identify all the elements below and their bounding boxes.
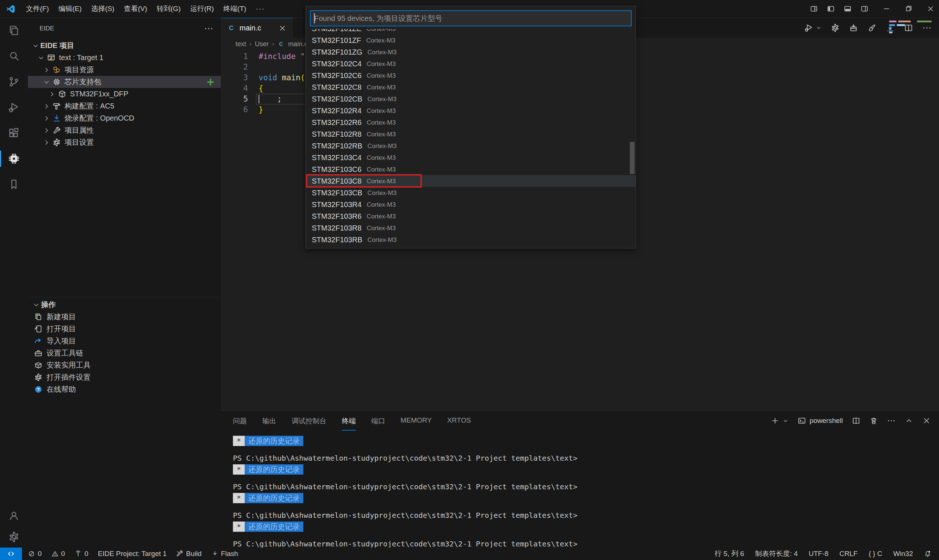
panel-tab[interactable]: 终端 — [342, 411, 356, 431]
panel-tab[interactable]: 输出 — [262, 411, 276, 431]
activity-bar-item[interactable] — [0, 505, 28, 526]
panel-tab[interactable]: XRTOS — [447, 411, 471, 431]
action-item[interactable]: ? 在线帮助 — [28, 383, 221, 395]
status-bar-item[interactable]: 0 — [28, 550, 42, 558]
status-bar-item[interactable]: Build — [176, 550, 201, 558]
restore-button[interactable] — [900, 0, 917, 17]
menu-item[interactable]: 文件(F) — [21, 2, 54, 15]
activity-bar-item[interactable] — [0, 95, 28, 120]
activity-bar-item[interactable] — [0, 43, 28, 69]
tree-row[interactable]: STM32F1xx_DFP — [28, 88, 221, 100]
device-list-item[interactable]: STM32F101ZG Cortex-M3 — [306, 46, 636, 58]
device-list-item[interactable]: STM32F102C6 Cortex-M3 — [306, 70, 636, 82]
activity-bar-item[interactable] — [0, 146, 28, 172]
chevron-down-icon[interactable] — [782, 418, 789, 424]
activity-bar-item[interactable] — [0, 18, 28, 43]
tree-row[interactable]: 项目属性 — [28, 124, 221, 136]
action-item[interactable]: 新建项目 — [28, 311, 221, 323]
maximize-panel-icon[interactable] — [905, 416, 913, 425]
breadcrumb-file[interactable]: main.c — [288, 40, 307, 48]
menu-item[interactable]: 终端(T) — [219, 2, 251, 15]
tree-row[interactable]: 项目设置 — [28, 136, 221, 148]
tree-row[interactable]: 项目资源 — [28, 64, 221, 76]
device-list-item[interactable]: STM32F103CB Cortex-M3 — [306, 187, 636, 198]
action-item[interactable]: 安装实用工具 — [28, 359, 221, 371]
tree-row[interactable]: EIDE 项目 — [28, 40, 221, 52]
close-tab-icon[interactable] — [278, 24, 287, 32]
quick-pick-input[interactable] — [311, 14, 631, 23]
kill-terminal-icon[interactable] — [869, 416, 878, 425]
toggle-panel-icon[interactable] — [839, 0, 856, 17]
status-bar-item[interactable]: Flash — [211, 550, 238, 558]
device-list-item[interactable]: STM32F103R8 Cortex-M3 — [306, 222, 636, 234]
breadcrumb-dir[interactable]: User — [255, 40, 269, 48]
tree-row[interactable]: 芯片支持包 — [28, 76, 221, 88]
menu-item[interactable]: 编辑(E) — [54, 2, 86, 15]
device-list-item[interactable]: STM32F102CB Cortex-M3 — [306, 93, 636, 105]
device-list-item[interactable]: STM32F103C4 Cortex-M3 — [306, 152, 636, 163]
scrollbar-thumb[interactable] — [630, 142, 635, 174]
status-bar-item[interactable]: { } C — [868, 550, 882, 558]
clean-brush-icon[interactable] — [867, 23, 877, 32]
toggle-secondary-sidebar-icon[interactable] — [856, 0, 873, 17]
panel-tab[interactable]: MEMORY — [401, 411, 432, 431]
minimap[interactable] — [889, 20, 933, 35]
split-terminal-icon[interactable] — [852, 416, 860, 425]
menu-item[interactable]: 查看(V) — [119, 2, 152, 15]
more-actions-icon[interactable] — [204, 24, 213, 33]
terminal-shell-item[interactable]: powershell — [797, 416, 843, 425]
close-panel-icon[interactable] — [922, 416, 931, 425]
remote-indicator[interactable] — [0, 548, 22, 560]
device-list-item[interactable]: STM32F102R6 Cortex-M3 — [306, 117, 636, 128]
panel-tab[interactable]: 调试控制台 — [291, 411, 327, 431]
activity-bar-item[interactable] — [0, 526, 28, 548]
menu-item[interactable]: 选择(S) — [86, 2, 119, 15]
menu-item[interactable]: 转到(G) — [152, 2, 185, 15]
activity-bar-item[interactable] — [0, 120, 28, 146]
tree-row[interactable]: 构建配置 : AC5 — [28, 100, 221, 112]
status-bar-item[interactable]: 制表符长度: 4 — [755, 549, 798, 558]
breadcrumb-dir[interactable]: text — [236, 40, 246, 48]
menu-more-button[interactable]: ··· — [251, 3, 270, 15]
tree-row[interactable]: text : Target 1 — [28, 52, 221, 64]
device-list-item[interactable]: STM32F103C6 Cortex-M3 — [306, 163, 636, 175]
status-bar-item[interactable] — [924, 550, 934, 557]
chevron-down-icon[interactable] — [816, 25, 822, 31]
toggle-sidebar-icon[interactable] — [822, 0, 839, 17]
activity-bar-item[interactable] — [0, 172, 28, 197]
device-list-item[interactable]: STM32F103R6 Cortex-M3 — [306, 210, 636, 222]
close-window-button[interactable] — [922, 0, 939, 17]
status-bar-item[interactable]: CRLF — [840, 550, 858, 558]
status-bar-item[interactable]: EIDE Project: Target 1 — [98, 550, 167, 558]
status-bar-item[interactable]: Win32 — [893, 550, 913, 558]
status-bar-item[interactable]: 行 5, 列 6 — [714, 549, 744, 558]
device-list-item[interactable]: STM32F103R4 Cortex-M3 — [306, 198, 636, 210]
add-green-icon[interactable] — [206, 78, 215, 86]
debug-run-icon[interactable] — [804, 23, 814, 32]
menu-item[interactable]: 运行(R) — [186, 2, 219, 15]
device-list-item[interactable]: STM32F102C8 Cortex-M3 — [306, 82, 636, 93]
device-list-item[interactable]: STM32F102R4 Cortex-M3 — [306, 105, 636, 117]
device-list-item[interactable]: STM32F101ZF Cortex-M3 — [306, 34, 636, 46]
tab-main-c[interactable]: C main.c — [221, 18, 293, 38]
device-list-item[interactable]: STM32F102RB Cortex-M3 — [306, 140, 636, 152]
terminal-content[interactable]: * 还原的历史记录 PS C:\github\Ashwatermelon-stu… — [221, 431, 939, 549]
device-list-item[interactable]: STM32F103C8 Cortex-M3 — [306, 175, 636, 187]
action-item[interactable]: 打开项目 — [28, 323, 221, 335]
minimize-button[interactable] — [878, 0, 895, 17]
activity-bar-item[interactable] — [0, 69, 28, 95]
device-list-item[interactable]: STM32F102R8 Cortex-M3 — [306, 128, 636, 140]
action-item[interactable]: 导入项目 — [28, 335, 221, 347]
new-terminal-icon[interactable] — [771, 416, 779, 425]
panel-tab[interactable]: 端口 — [371, 411, 385, 431]
status-bar-item[interactable]: 0 — [74, 550, 88, 558]
action-item[interactable]: 打开插件设置 — [28, 371, 221, 383]
device-list-item[interactable]: STM32F103RB Cortex-M3 — [306, 234, 636, 246]
device-list-item[interactable]: STM32F102C4 Cortex-M3 — [306, 58, 636, 70]
build-icon[interactable] — [849, 23, 858, 32]
status-bar-item[interactable]: UTF-8 — [809, 550, 829, 558]
panel-tab[interactable]: 问题 — [233, 411, 247, 431]
device-list-item[interactable]: STM32F101ZE Cortex-M3 — [306, 29, 636, 34]
action-item[interactable]: 设置工具链 — [28, 347, 221, 359]
more-actions-icon[interactable] — [887, 416, 896, 425]
